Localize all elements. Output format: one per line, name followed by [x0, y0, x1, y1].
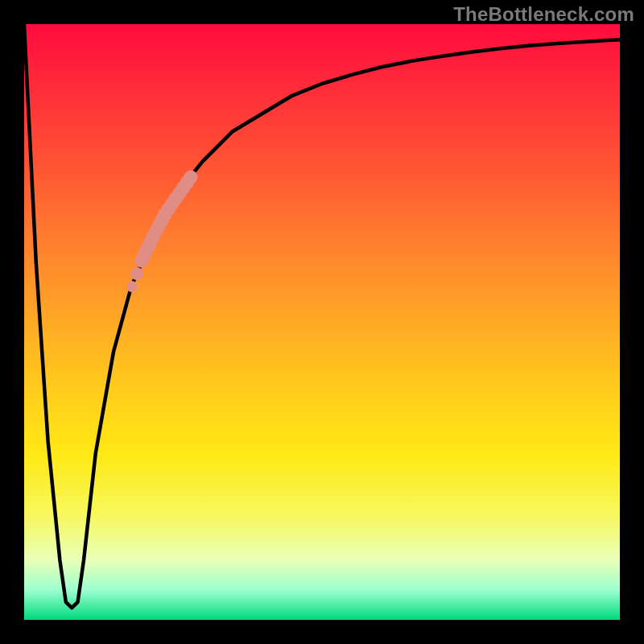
highlight-segment	[142, 177, 191, 261]
curve-svg	[24, 24, 620, 620]
highlight-dot-2	[126, 281, 138, 292]
watermark-text: TheBottleneck.com	[453, 3, 634, 26]
bottleneck-curve-path	[24, 24, 620, 608]
chart-container: TheBottleneck.com	[0, 0, 644, 644]
plot-area	[24, 24, 620, 620]
highlight-dot-1	[130, 267, 143, 280]
